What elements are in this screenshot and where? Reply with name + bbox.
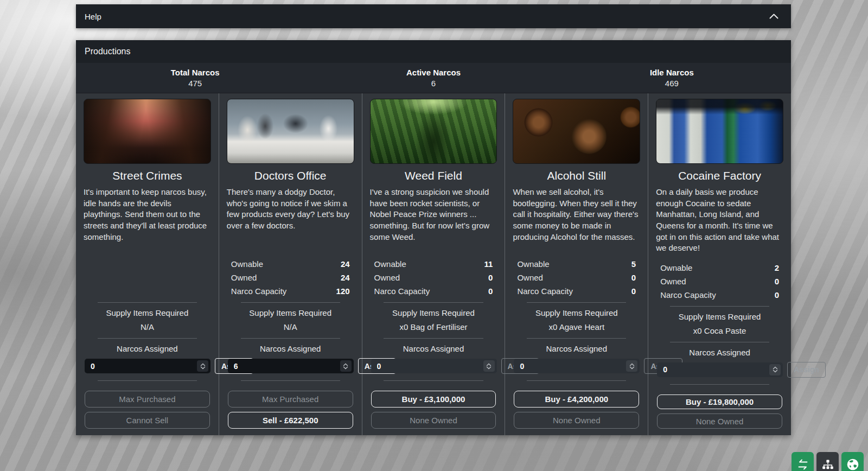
productions-panel: Productions Total Narcos 475 Active Narc… [76, 40, 791, 435]
narcos-assigned-heading: Narcos Assigned [370, 344, 497, 353]
production-title: Doctors Office [227, 169, 354, 182]
stat-label: Idle Narcos [650, 68, 694, 77]
stat-label: Ownable [231, 259, 263, 269]
globe-button[interactable] [841, 452, 864, 471]
stat-label: Narco Capacity [660, 290, 716, 300]
narcos-assigned-heading: Narcos Assigned [656, 348, 783, 357]
stat-row: Owned0 [517, 273, 636, 282]
production-description: On a daily basis we produce enough Cocai… [656, 187, 783, 254]
card-stats: Ownable5Owned0Narco Capacity0 [513, 250, 640, 296]
divider [527, 380, 626, 381]
buy-button[interactable]: Max Purchased [228, 391, 353, 408]
stat-value: 475 [188, 79, 202, 88]
transfer-arrows-icon [796, 458, 809, 471]
chevron-down-icon [343, 366, 348, 370]
divider [670, 384, 769, 385]
divider [527, 302, 626, 303]
assign-button[interactable]: Assign [787, 362, 826, 378]
stat-label: Owned [231, 273, 257, 282]
stat-label: Narco Capacity [231, 287, 287, 296]
sell-button[interactable]: Cannot Sell [85, 412, 210, 429]
stat-value: 0 [775, 290, 779, 300]
stat-total-narcos: Total Narcos 475 [76, 63, 314, 93]
production-card: Weed Field I've a strong suspicion we sh… [362, 93, 506, 435]
production-description: I've a strong suspicion we should have b… [370, 187, 497, 250]
stat-row: Ownable2 [660, 263, 779, 272]
stat-row: Narco Capacity0 [660, 290, 779, 300]
chevron-up-icon[interactable] [765, 11, 782, 22]
stat-row: Owned24 [231, 273, 350, 282]
stat-row: Ownable24 [231, 259, 350, 269]
stat-label: Ownable [660, 263, 692, 272]
supply-items-value: x0 Coca Paste [656, 326, 783, 335]
stat-row: Ownable11 [374, 259, 493, 269]
divider [384, 380, 483, 381]
help-title: Help [85, 12, 101, 21]
narcos-input-row: Assign [657, 362, 782, 378]
narcos-input[interactable] [515, 362, 626, 371]
chevron-down-icon [773, 370, 778, 373]
divider [527, 338, 626, 339]
supply-items-value: N/A [227, 322, 354, 332]
supply-items-heading: Supply Items Required [84, 308, 211, 317]
supply-items-value: N/A [84, 322, 211, 332]
stat-label: Owned [374, 273, 400, 282]
stat-value: 24 [341, 273, 350, 282]
sell-button[interactable]: Sell - £622,500 [228, 412, 353, 429]
stat-label: Total Narcos [171, 68, 220, 77]
sell-button[interactable]: None Owned [371, 412, 496, 429]
stat-value: 0 [488, 287, 493, 296]
narcos-input-wrap [228, 359, 354, 373]
production-title: Cocaine Factory [656, 169, 783, 182]
narcos-input-wrap [85, 359, 210, 373]
chevron-down-icon [629, 366, 635, 370]
narcos-input-wrap [657, 362, 783, 377]
production-image [84, 99, 211, 164]
supply-items-value: x0 Bag of Fertiliser [370, 322, 497, 332]
buy-button[interactable]: Buy - £3,100,000 [371, 391, 496, 408]
productions-cards-row: Street Crimes It's important to keep nar… [76, 93, 791, 435]
buy-button[interactable]: Buy - £4,200,000 [514, 391, 639, 408]
stepper-buttons[interactable] [197, 360, 208, 372]
narcos-input[interactable] [658, 365, 769, 374]
card-stats: Ownable2Owned0Narco Capacity0 [656, 254, 783, 300]
stepper-buttons[interactable] [483, 360, 495, 372]
stepper-buttons[interactable] [340, 360, 352, 372]
buy-button[interactable]: Max Purchased [85, 391, 210, 408]
sell-button[interactable]: None Owned [514, 412, 639, 429]
transfer-button[interactable] [792, 452, 814, 471]
buy-button[interactable]: Buy - £19,800,000 [657, 394, 782, 410]
narcos-input[interactable] [372, 362, 483, 371]
sitemap-button[interactable] [816, 452, 839, 471]
narcos-input-row: Assign [514, 358, 639, 374]
narcos-assigned-heading: Narcos Assigned [227, 344, 354, 353]
stat-row: Owned0 [660, 277, 779, 286]
stat-value: 11 [484, 259, 493, 269]
stat-label: Owned [517, 273, 543, 282]
stat-label: Ownable [374, 259, 406, 269]
sell-button[interactable]: None Owned [657, 413, 782, 429]
sitemap-icon [821, 458, 834, 471]
narcos-input-row: Assign [371, 358, 496, 374]
divider [98, 338, 197, 339]
chevron-down-icon [200, 366, 206, 370]
supply-items-heading: Supply Items Required [656, 312, 783, 321]
supply-items-heading: Supply Items Required [513, 308, 640, 317]
production-description: It's important to keep narcos busy, idle… [84, 187, 211, 250]
productions-title: Productions [85, 47, 131, 56]
narcos-input-row: Assign [85, 358, 210, 374]
stepper-buttons[interactable] [626, 360, 637, 372]
stat-label: Narco Capacity [374, 287, 430, 296]
supply-items-heading: Supply Items Required [370, 308, 497, 317]
narcos-input-row: Assign [228, 358, 353, 374]
stat-value: 0 [631, 273, 636, 282]
stat-label: Active Narcos [406, 68, 461, 77]
production-title: Street Crimes [84, 169, 211, 182]
narcos-input[interactable] [229, 362, 340, 371]
productions-header: Productions [76, 40, 791, 63]
production-card: Alcohol Still When we sell alcohol, it's… [505, 93, 648, 435]
production-description: There's many a dodgy Doctor, who's going… [227, 187, 354, 250]
help-bar[interactable]: Help [76, 4, 791, 28]
stepper-buttons[interactable] [769, 364, 781, 375]
narcos-input[interactable] [86, 362, 197, 371]
